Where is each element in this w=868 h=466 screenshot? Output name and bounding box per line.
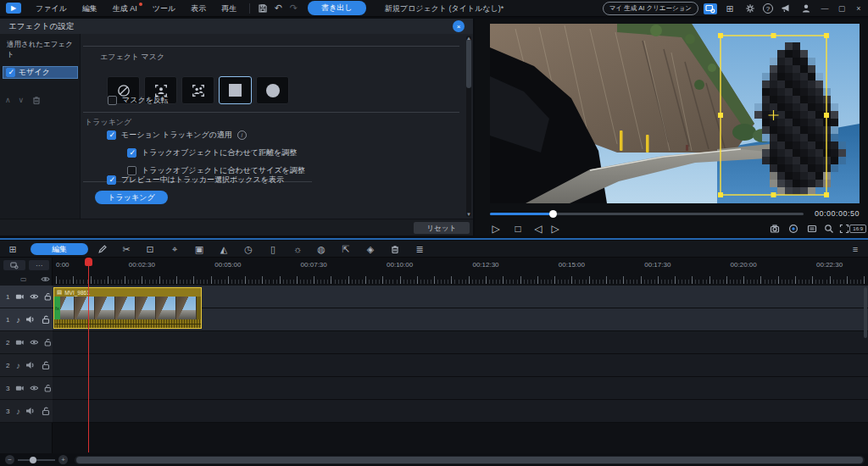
- redo-icon[interactable]: ↷: [286, 2, 301, 15]
- menu-tools[interactable]: ツール: [145, 0, 183, 17]
- invert-mask-option[interactable]: マスクを反転: [108, 95, 169, 106]
- lock-icon[interactable]: [41, 314, 51, 325]
- track-header-audio-1[interactable]: 1♪: [0, 308, 53, 331]
- range-select-icon[interactable]: ⊞: [5, 243, 20, 255]
- previous-frame-button[interactable]: ◁: [531, 222, 546, 236]
- track-header-video-2[interactable]: 2: [0, 331, 53, 354]
- split-icon[interactable]: ✂: [119, 243, 134, 255]
- seek-thumb[interactable]: [549, 210, 557, 218]
- save-icon[interactable]: [255, 2, 270, 15]
- menu-view[interactable]: 表示: [183, 0, 214, 17]
- zoom-in-button[interactable]: +: [58, 455, 68, 464]
- speed-icon[interactable]: ◷: [241, 243, 256, 255]
- track-header-audio-3[interactable]: 3♪: [0, 400, 53, 423]
- account-icon[interactable]: [798, 2, 814, 15]
- horizontal-scrollbar-thumb[interactable]: [76, 457, 863, 463]
- eye-icon[interactable]: [30, 337, 39, 347]
- aspect-ratio-button[interactable]: 16:9: [849, 225, 866, 233]
- minimize-button[interactable]: —: [819, 4, 831, 13]
- show-tracker-box-checkbox[interactable]: [107, 175, 116, 185]
- eye-icon[interactable]: [30, 291, 39, 302]
- settings-scrollbar-thumb[interactable]: [466, 39, 471, 88]
- motion-track-icon[interactable]: ⌖: [167, 243, 182, 255]
- playhead-marker[interactable]: [85, 258, 92, 266]
- track-header-audio-2[interactable]: 2♪: [0, 354, 53, 377]
- motion-tracking-checkbox[interactable]: [107, 130, 116, 140]
- menu-generative-ai[interactable]: 生成 AI: [105, 0, 145, 17]
- invert-mask-checkbox[interactable]: [108, 96, 117, 105]
- clip-notes-icon[interactable]: ≣: [412, 243, 427, 255]
- announcements-icon[interactable]: [778, 2, 793, 15]
- video-preview[interactable]: [490, 24, 860, 203]
- lane-video-2[interactable]: [53, 331, 868, 354]
- app-logo-icon[interactable]: ▶: [6, 3, 21, 14]
- effect-enabled-checkbox[interactable]: [6, 68, 15, 77]
- tracking-button[interactable]: トラッキング: [95, 191, 168, 204]
- edit-mode-button[interactable]: 編集: [31, 243, 88, 255]
- adjust-distance-option[interactable]: トラックオブジェクトに合わせて距離を調整: [127, 147, 297, 158]
- flip-icon[interactable]: ◭: [216, 243, 231, 255]
- help-icon[interactable]: ?: [763, 3, 773, 14]
- enhance-icon[interactable]: ☼: [290, 243, 305, 255]
- scroll-up-icon[interactable]: ▲: [466, 36, 471, 41]
- my-ai-creations-button[interactable]: マイ 生成 AI クリエーション: [603, 2, 698, 15]
- lane-video-3[interactable]: [53, 377, 868, 400]
- track-header-video-1[interactable]: 1: [0, 286, 53, 308]
- scroll-down-icon[interactable]: ▼: [466, 212, 471, 217]
- zoom-slider-thumb[interactable]: [30, 457, 36, 463]
- menu-edit[interactable]: 編集: [75, 0, 105, 17]
- track-manager-icon[interactable]: ≡: [848, 243, 863, 255]
- eye-icon[interactable]: [30, 383, 39, 393]
- speaker-icon[interactable]: [25, 360, 36, 370]
- undo-icon[interactable]: ↶: [270, 2, 286, 15]
- lock-icon[interactable]: [41, 406, 51, 416]
- timeline-lanes[interactable]: ▤ MVI_9861 fx: [53, 286, 868, 423]
- lock-icon[interactable]: [41, 360, 51, 370]
- timeline-zoom-slider[interactable]: [18, 459, 55, 461]
- track-settings-button[interactable]: [3, 260, 25, 270]
- timeline-ruler[interactable]: 0:0000:02:3000:05:0000:07:3000:10:0000:1…: [53, 258, 868, 286]
- move-up-icon[interactable]: ∧: [5, 96, 11, 104]
- stabilizer-icon[interactable]: ▯: [265, 243, 281, 255]
- next-frame-button[interactable]: ▷: [548, 222, 563, 236]
- denoise-icon[interactable]: ◍: [314, 243, 329, 255]
- menu-play[interactable]: 再生: [214, 0, 244, 17]
- video-clip[interactable]: ▤ MVI_9861 fx: [53, 287, 202, 329]
- adjust-distance-checkbox[interactable]: [127, 148, 136, 158]
- zoom-preview-icon[interactable]: [822, 223, 836, 235]
- zoom-out-button[interactable]: −: [5, 455, 14, 464]
- crop-rotate-icon[interactable]: ⊡: [142, 243, 158, 255]
- design-tool-icon[interactable]: [95, 243, 110, 255]
- speaker-icon[interactable]: [25, 314, 36, 325]
- master-eye-icon[interactable]: [41, 275, 50, 284]
- keyframe-icon[interactable]: ◈: [363, 243, 378, 255]
- timeline-horizontal-scrollbar[interactable]: [75, 456, 865, 464]
- mask-circle-button[interactable]: [256, 76, 289, 104]
- show-tracker-box-option[interactable]: プレビュー中はトラッカー選択ボックスを表示: [107, 175, 284, 186]
- mask-square-button[interactable]: [219, 76, 252, 104]
- mask-multi-face-button[interactable]: [181, 76, 214, 104]
- lane-audio-2[interactable]: [53, 354, 868, 377]
- render-preview-icon[interactable]: [787, 223, 800, 235]
- duplicate-icon[interactable]: ▣: [192, 243, 207, 255]
- seek-bar[interactable]: [490, 213, 804, 215]
- lock-icon[interactable]: [43, 383, 53, 393]
- master-track-icon[interactable]: ▭: [20, 275, 27, 283]
- timeline-vertical-scrollbar[interactable]: [864, 287, 867, 338]
- settings-gear-icon[interactable]: [743, 2, 758, 15]
- stop-button[interactable]: □: [510, 222, 526, 236]
- menu-file[interactable]: ファイル: [28, 0, 75, 17]
- layout-icon[interactable]: ⊞: [722, 2, 737, 15]
- track-header-video-3[interactable]: 3: [0, 377, 53, 400]
- snapshot-camera-icon[interactable]: [768, 223, 782, 235]
- play-button[interactable]: ▷: [488, 222, 504, 236]
- motion-tracking-option[interactable]: モーション トラッキングの適用 i: [107, 130, 247, 141]
- reset-button[interactable]: リセット: [414, 222, 470, 234]
- lock-icon[interactable]: [43, 291, 53, 302]
- panel-close-button[interactable]: ×: [453, 20, 465, 32]
- move-down-icon[interactable]: ∨: [19, 96, 25, 104]
- close-button[interactable]: ×: [853, 4, 865, 13]
- maximize-button[interactable]: ▢: [836, 4, 848, 13]
- lane-audio-3[interactable]: [53, 400, 868, 423]
- more-tracks-button[interactable]: ⋯: [29, 260, 49, 270]
